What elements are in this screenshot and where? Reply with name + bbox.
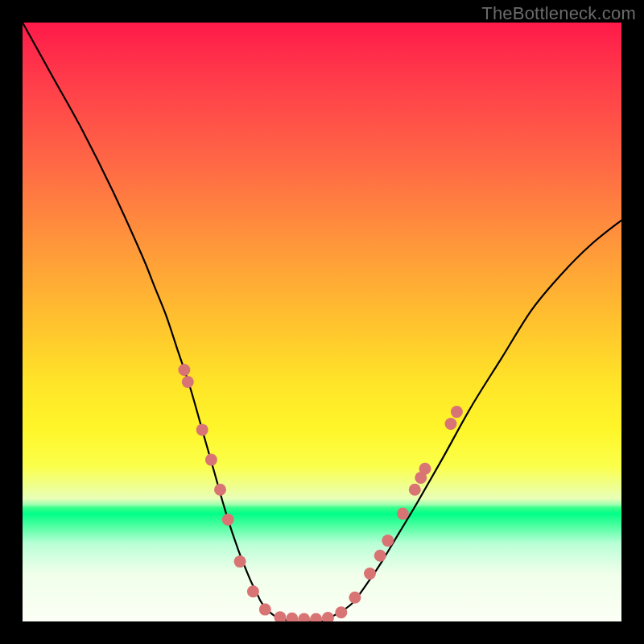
marker-group: [178, 364, 463, 621]
marker-dot: [419, 463, 431, 475]
chart-svg: [23, 23, 621, 621]
marker-dot: [397, 508, 409, 520]
marker-dot: [205, 454, 217, 466]
marker-dot: [196, 423, 208, 436]
marker-dot: [286, 613, 298, 621]
marker-dot: [364, 568, 376, 580]
marker-dot: [214, 484, 226, 496]
marker-dot: [335, 606, 347, 618]
marker-dot: [445, 418, 457, 430]
marker-dot: [310, 613, 322, 622]
marker-dot: [274, 611, 286, 621]
outer-frame: TheBottleneck.com: [0, 0, 644, 644]
chart-plot-area: [23, 23, 621, 621]
marker-dot: [298, 613, 310, 622]
marker-dot: [234, 555, 246, 568]
marker-dot: [182, 376, 194, 388]
bottleneck-curve: [23, 23, 621, 621]
marker-dot: [451, 406, 463, 418]
marker-dot: [178, 364, 190, 376]
watermark-text: TheBottleneck.com: [481, 3, 636, 24]
marker-dot: [374, 550, 386, 562]
marker-dot: [382, 535, 394, 547]
marker-dot: [259, 604, 271, 616]
marker-dot: [409, 484, 421, 496]
marker-dot: [322, 612, 334, 621]
marker-dot: [247, 585, 259, 597]
marker-dot: [349, 592, 361, 604]
marker-dot: [222, 514, 234, 526]
